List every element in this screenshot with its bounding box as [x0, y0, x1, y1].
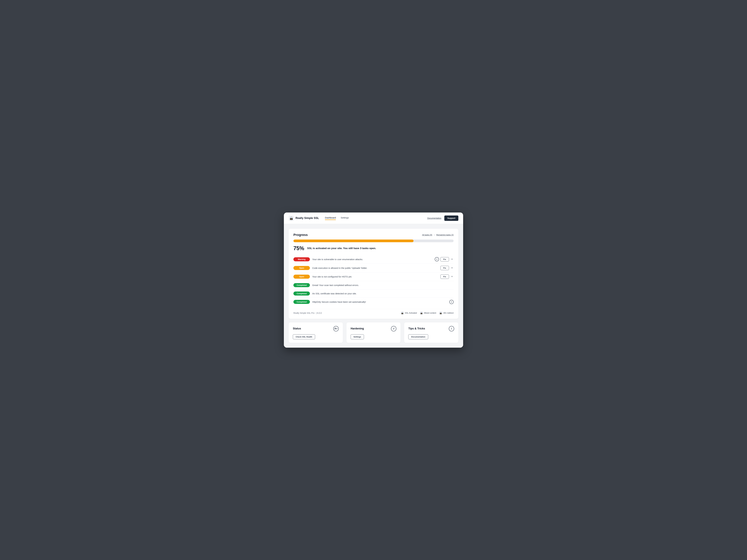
support-button[interactable]: Support	[444, 215, 458, 221]
card-action-button[interactable]: Settings	[351, 335, 364, 339]
progress-card-footer: Really Simple SSL Pro | 6.0.0 SSL Activa…	[293, 309, 454, 315]
bottom-card-icon: ✓	[391, 326, 396, 331]
info-icon[interactable]: i	[449, 300, 454, 304]
fix-button[interactable]: Fix	[440, 274, 449, 279]
fix-button[interactable]: Fix	[440, 266, 449, 270]
close-button[interactable]: ×	[450, 275, 454, 278]
task-links: All tasks (8) | Remaining tasks (3)	[422, 234, 454, 236]
tab-settings[interactable]: Settings	[341, 216, 349, 220]
status-badge: Warning	[293, 257, 310, 261]
task-actions: Fix×	[440, 266, 454, 270]
bottom-card-icon: A+	[333, 326, 339, 331]
documentation-link[interactable]: Documentation	[427, 217, 441, 219]
tab-dashboard[interactable]: Dashboard	[325, 216, 336, 220]
svg-rect-4	[402, 313, 403, 314]
footer-badges: SSL Activated Mixed content 301 redirect	[401, 311, 454, 315]
footer-badge-item: 301 redirect	[439, 311, 454, 315]
close-button[interactable]: ×	[450, 266, 454, 270]
svg-point-2	[291, 218, 292, 219]
task-text: An SSL certificate was detected on your …	[312, 292, 451, 295]
bottom-card-header: Tips & Tricks i	[408, 326, 454, 331]
task-actions: i	[449, 300, 454, 304]
task-text: Your site is not configured for HSTS yet…	[312, 275, 438, 278]
tasks-list: Warning Your site is vulnerable to user …	[293, 255, 454, 306]
progress-card: Progress All tasks (8) | Remaining tasks…	[289, 229, 458, 319]
task-row: Completed Great! Your scan last complete…	[293, 281, 454, 289]
bottom-card-title: Tips & Tricks	[408, 327, 425, 330]
lock-check-icon	[401, 311, 404, 315]
footer-badge-item: SSL Activated	[401, 311, 417, 315]
task-row: Open Code execution is allowed in the pu…	[293, 264, 454, 272]
app-window: Really Simple SSL Dashboard Settings Doc…	[284, 213, 463, 348]
bottom-card-title: Status	[293, 327, 301, 330]
svg-rect-8	[440, 313, 442, 314]
task-text: Great! Your scan last completed without …	[312, 284, 451, 287]
footer-badge-item: Mixed content	[420, 311, 436, 315]
lock-check-icon	[439, 311, 442, 315]
lock-check-icon	[420, 311, 423, 315]
status-badge: Open	[293, 266, 310, 270]
task-row: Open Your site is not configured for HST…	[293, 272, 454, 281]
bottom-card: Status A+ Check SSL Health	[289, 322, 343, 343]
bottom-card-icon: i	[449, 326, 454, 331]
card-action-button[interactable]: Check SSL Health	[293, 335, 315, 339]
badge-label: Mixed content	[424, 312, 436, 314]
bottom-card: Tips & Tricks i Documentation	[404, 322, 458, 343]
progress-bar-fill	[293, 240, 414, 242]
task-text: Code execution is allowed in the public …	[312, 267, 438, 269]
progress-title: Progress	[293, 233, 308, 237]
all-tasks-link[interactable]: All tasks (8)	[422, 234, 432, 236]
svg-rect-6	[420, 313, 422, 314]
logo-text: Really Simple SSL	[295, 216, 319, 220]
progress-message: SSL is activated on your site. You still…	[307, 247, 376, 250]
logo-icon	[289, 215, 294, 221]
task-actions: iFix×	[435, 257, 454, 262]
bottom-card-header: Hardening ✓	[351, 326, 396, 331]
progress-header: Progress All tasks (8) | Remaining tasks…	[293, 233, 454, 237]
badge-label: SSL Activated	[405, 312, 417, 314]
task-row: Warning Your site is vulnerable to user …	[293, 255, 454, 264]
remaining-tasks-link[interactable]: Remaining tasks (3)	[436, 234, 454, 236]
task-actions: Fix×	[440, 274, 454, 279]
progress-summary: 75% SSL is activated on your site. You s…	[293, 245, 454, 251]
task-row: Completed HttpOnly Secure cookies have b…	[293, 298, 454, 306]
task-divider: |	[434, 234, 434, 236]
footer-brand: Really Simple SSL Pro | 6.0.0	[293, 312, 322, 314]
task-row: Completed An SSL certificate was detecte…	[293, 289, 454, 298]
status-badge: Open	[293, 275, 310, 279]
task-text: HttpOnly Secure cookies have been set au…	[312, 301, 447, 303]
main-content: Progress All tasks (8) | Remaining tasks…	[284, 224, 463, 348]
fix-button[interactable]: Fix	[440, 257, 449, 262]
header-actions: Documentation Support	[427, 215, 458, 221]
status-badge: Completed	[293, 300, 310, 304]
info-icon[interactable]: i	[435, 257, 439, 261]
progress-bar-container	[293, 240, 454, 242]
logo-area: Really Simple SSL	[289, 215, 319, 221]
bottom-cards: Status A+ Check SSL Health Hardening ✓ S…	[289, 322, 458, 343]
nav-tabs: Dashboard Settings	[325, 216, 421, 220]
badge-label: 301 redirect	[443, 312, 454, 314]
bottom-card-title: Hardening	[351, 327, 364, 330]
bottom-card-header: Status A+	[293, 326, 339, 331]
close-button[interactable]: ×	[450, 257, 454, 261]
card-action-button[interactable]: Documentation	[408, 335, 428, 339]
header: Really Simple SSL Dashboard Settings Doc…	[284, 213, 463, 224]
progress-percent: 75%	[293, 245, 304, 251]
bottom-card: Hardening ✓ Settings	[346, 322, 401, 343]
status-badge: Completed	[293, 292, 310, 296]
task-text: Your site is vulnerable to user enumerat…	[312, 258, 432, 261]
status-badge: Completed	[293, 283, 310, 287]
